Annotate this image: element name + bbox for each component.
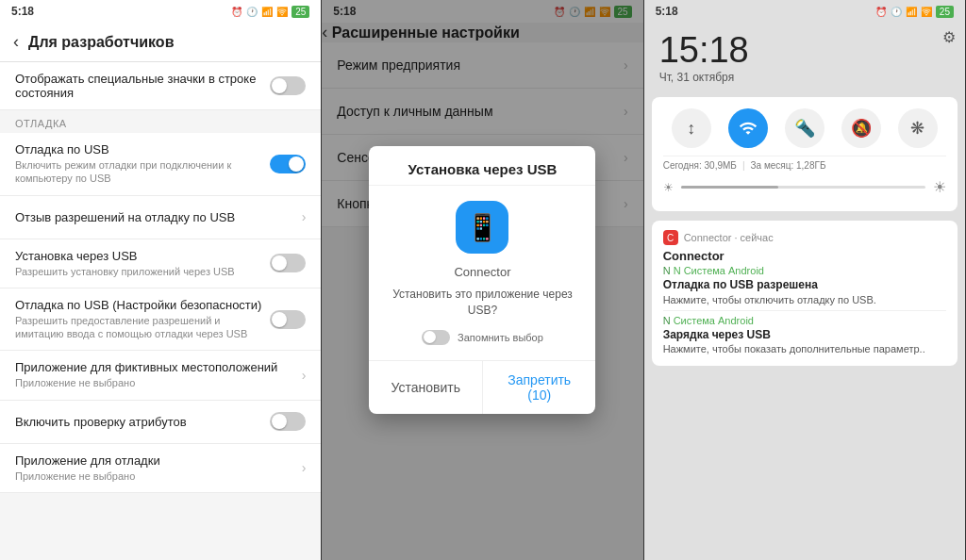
special-icons-setting[interactable]: Отображать специальные значки в строке с… <box>0 62 321 110</box>
data-month: За месяц: 1,28ГБ <box>751 160 826 171</box>
chevron-icon-1: › <box>302 209 307 224</box>
panel-notifications: 5:18 ⏰ 🕐 📶 🛜 25 ⚙ 15:18 Чт, 31 октября ↕… <box>644 0 966 560</box>
alarm-icon: ⏰ <box>231 7 242 17</box>
usb-debug-perm-setting[interactable]: Отзыв разрешений на отладку по USB › <box>0 196 321 239</box>
debug-app-label: Приложение для отладки <box>15 453 302 468</box>
dialog-buttons: Установить Запретить (10) <box>369 360 595 414</box>
debug-app-setting[interactable]: Приложение для отладки Приложение не выб… <box>0 444 321 493</box>
chevron-icon-3: › <box>302 460 307 475</box>
dialog-body: 📱 Connector Установить это приложение че… <box>369 186 595 360</box>
install-usb-label: Установка через USB <box>15 249 270 263</box>
usb-install-dialog: Установка через USB 📱 Connector Установи… <box>369 146 595 414</box>
remember-label: Запомнить выбор <box>458 332 543 343</box>
status-icons-3: ⏰ 🕐 📶 🛜 25 <box>875 6 954 18</box>
notif2-body: Нажмите, чтобы показать дополнительные п… <box>663 342 946 355</box>
attr-check-label: Включить проверку атрибутов <box>15 415 270 429</box>
brightness-slider[interactable] <box>681 186 925 189</box>
app-icon-symbol: 📱 <box>466 212 499 243</box>
android-icon-1: N <box>663 265 671 276</box>
notif1-body: Нажмите, чтобы отключить отладку по USB. <box>663 293 946 306</box>
notif-divider-1 <box>663 310 946 311</box>
usb-debug-perm-label: Отзыв разрешений на отладку по USB <box>15 210 302 224</box>
mock-location-label: Приложение для фиктивных местоположений <box>15 360 302 374</box>
usb-debug-toggle[interactable] <box>270 155 306 173</box>
android-icon-2: N <box>663 315 671 326</box>
notif1-app: Connector · сейчас <box>684 232 774 243</box>
wifi-status-icon-3: 🛜 <box>921 7 932 17</box>
debug-security-toggle[interactable] <box>270 310 306 329</box>
clock-icon: 🕐 <box>246 7 258 17</box>
special-icons-toggle[interactable] <box>270 76 306 95</box>
brightness-row[interactable]: ☀ ☀ <box>663 174 946 200</box>
developer-settings-content: Отображать специальные значки в строке с… <box>0 62 321 560</box>
gear-icon[interactable]: ⚙ <box>942 28 956 46</box>
notif2-subtitle: N Система Android <box>663 315 946 326</box>
special-icons-label: Отображать специальные значки в строке с… <box>15 72 270 100</box>
clock-icon-3: 🕐 <box>891 7 902 17</box>
mock-location-setting[interactable]: Приложение для фиктивных местоположений … <box>0 351 321 400</box>
attr-check-toggle[interactable] <box>270 412 306 431</box>
notif1-header: C Connector · сейчас <box>663 230 946 245</box>
back-button-1[interactable]: ‹ <box>13 32 19 52</box>
usb-debug-sub: Включить режим отладки при подключении к… <box>15 158 270 186</box>
quick-icons-row: ↕ 🔦 🔕 ❋ <box>663 108 946 148</box>
battery-icon: 25 <box>291 6 309 18</box>
battery-icon-3: 25 <box>936 6 954 18</box>
connector-app-icon: C <box>663 230 678 245</box>
notif2-body-title: Зарядка через USB <box>663 328 946 343</box>
usb-debug-label: Отладка по USB <box>15 142 270 156</box>
remember-choice-row[interactable]: Запомнить выбор <box>422 330 543 345</box>
panel-advanced-settings: 5:18 ⏰ 🕐 📶 🛜 25 ‹ Расширенные настройки … <box>322 0 643 560</box>
status-icons-1: ⏰ 🕐 📶 🛜 25 <box>231 6 309 18</box>
panel-title-1: Для разработчиков <box>28 34 174 51</box>
notification-connector[interactable]: C Connector · сейчас Connector N N Систе… <box>652 221 958 366</box>
dialog-overlay: Установка через USB 📱 Connector Установи… <box>322 0 642 560</box>
app-icon: 📱 <box>456 201 508 254</box>
signal-quick-icon[interactable]: ↕ <box>672 108 711 148</box>
signal-icon-3: 📶 <box>906 7 917 17</box>
wifi-quick-icon[interactable] <box>728 108 768 148</box>
status-bar-1: 5:18 ⏰ 🕐 📶 🛜 25 <box>0 0 321 23</box>
signal-icon: 📶 <box>261 7 273 17</box>
notif1-subtitle: N N Система Android <box>663 265 946 276</box>
attr-check-setting[interactable]: Включить проверку атрибутов <box>0 401 321 444</box>
remember-toggle[interactable] <box>422 330 450 345</box>
install-usb-sub: Разрешить установку приложений через USB <box>15 265 270 278</box>
chevron-icon-2: › <box>302 368 307 383</box>
status-bar-3: 5:18 ⏰ 🕐 📶 🛜 25 <box>644 0 965 23</box>
debug-security-sub: Разрешить предоставление разрешений и им… <box>15 314 270 341</box>
bluetooth-quick-icon[interactable]: ❋ <box>898 108 938 148</box>
time-3: 5:18 <box>656 5 678 18</box>
mute-quick-icon[interactable]: 🔕 <box>841 108 881 148</box>
wifi-status-icon: 🛜 <box>276 7 288 17</box>
dialog-title: Установка через USB <box>369 146 595 186</box>
data-today: Сегодня: 30,9МБ <box>663 160 737 171</box>
dialog-message: Установить это приложение через USB? <box>384 287 580 319</box>
top-bar-1: ‹ Для разработчиков <box>0 23 321 62</box>
mock-location-sub: Приложение не выбрано <box>15 376 302 389</box>
clock-display: 15:18 <box>644 23 965 71</box>
alarm-icon-3: ⏰ <box>875 7 887 17</box>
date-display: Чт, 31 октября <box>644 71 965 91</box>
dialog-app-name: Connector <box>454 265 510 279</box>
debug-security-setting[interactable]: Отладка по USB (Настройки безопасности) … <box>0 288 321 352</box>
brightness-high-icon: ☀ <box>933 178 946 196</box>
install-button[interactable]: Установить <box>369 361 483 414</box>
deny-button[interactable]: Запретить (10) <box>483 361 596 414</box>
usb-debug-setting[interactable]: Отладка по USB Включить режим отладки пр… <box>0 133 321 196</box>
install-usb-setting[interactable]: Установка через USB Разрешить установку … <box>0 239 321 288</box>
install-usb-toggle[interactable] <box>270 254 306 272</box>
time-1: 5:18 <box>11 5 34 18</box>
notif1-title: Connector <box>663 249 946 263</box>
debug-security-label: Отладка по USB (Настройки безопасности) <box>15 298 270 312</box>
data-usage-row: Сегодня: 30,9МБ | За месяц: 1,28ГБ <box>663 156 946 174</box>
notif1-body-title: Отладка по USB разрешена <box>663 278 946 293</box>
brightness-low-icon: ☀ <box>663 181 674 194</box>
quick-settings-panel: ↕ 🔦 🔕 ❋ Сегодня: 30,9МБ | За месяц: 1,28… <box>652 97 958 211</box>
flashlight-quick-icon[interactable]: 🔦 <box>785 108 824 148</box>
panel-developer-settings: 5:18 ⏰ 🕐 📶 🛜 25 ‹ Для разработчиков Отоб… <box>0 0 322 560</box>
debug-section-header: ОТЛАДКА <box>0 110 321 133</box>
debug-app-sub: Приложение не выбрано <box>15 469 302 483</box>
